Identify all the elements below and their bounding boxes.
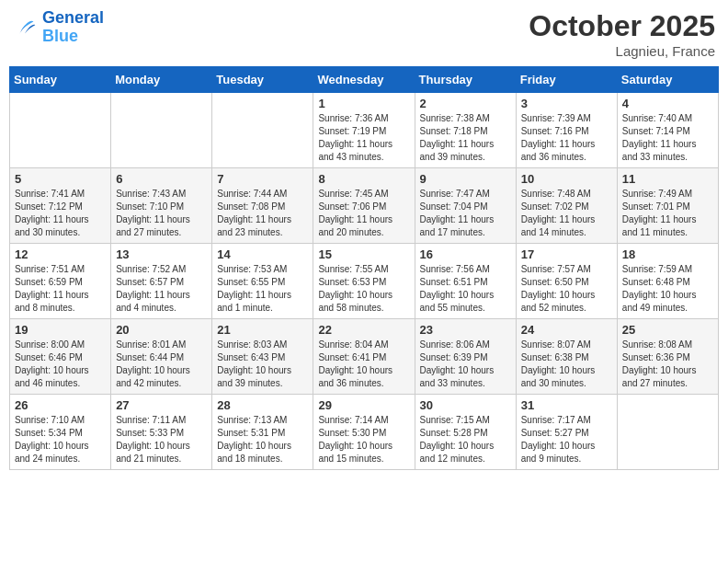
day-info: Sunrise: 8:04 AMSunset: 6:41 PMDaylight:… <box>318 339 409 390</box>
day-number: 9 <box>420 172 511 186</box>
day-number: 19 <box>15 323 106 337</box>
calendar-cell: 14 Sunrise: 7:53 AMSunset: 6:55 PMDaylig… <box>212 244 313 319</box>
calendar-cell: 19 Sunrise: 8:00 AMSunset: 6:46 PMDaylig… <box>10 319 111 395</box>
day-number: 30 <box>420 398 511 412</box>
day-info: Sunrise: 7:47 AMSunset: 7:04 PMDaylight:… <box>420 188 511 239</box>
day-info: Sunrise: 7:41 AMSunset: 7:12 PMDaylight:… <box>15 188 106 239</box>
day-number: 11 <box>622 172 713 186</box>
calendar-cell: 18 Sunrise: 7:59 AMSunset: 6:48 PMDaylig… <box>617 244 718 319</box>
day-info: Sunrise: 8:07 AMSunset: 6:38 PMDaylight:… <box>521 339 612 390</box>
calendar-cell: 24 Sunrise: 8:07 AMSunset: 6:38 PMDaylig… <box>516 319 617 395</box>
calendar-cell: 22 Sunrise: 8:04 AMSunset: 6:41 PMDaylig… <box>313 319 415 395</box>
day-number: 20 <box>116 323 207 337</box>
day-info: Sunrise: 7:17 AMSunset: 5:27 PMDaylight:… <box>521 414 612 465</box>
day-info: Sunrise: 8:03 AMSunset: 6:43 PMDaylight:… <box>217 339 308 390</box>
calendar-cell <box>111 93 212 168</box>
day-info: Sunrise: 7:40 AMSunset: 7:14 PMDaylight:… <box>622 112 713 164</box>
day-info: Sunrise: 7:43 AMSunset: 7:10 PMDaylight:… <box>116 188 207 239</box>
day-number: 25 <box>622 323 713 337</box>
day-info: Sunrise: 7:39 AMSunset: 7:16 PMDaylight:… <box>521 112 612 164</box>
calendar-cell <box>617 395 718 470</box>
calendar-cell: 29 Sunrise: 7:14 AMSunset: 5:30 PMDaylig… <box>313 395 415 470</box>
day-number: 1 <box>318 97 409 110</box>
calendar-week-row: 1 Sunrise: 7:36 AMSunset: 7:19 PMDayligh… <box>10 93 719 168</box>
day-number: 17 <box>521 247 612 261</box>
calendar-cell <box>10 93 111 168</box>
logo-icon <box>13 15 39 40</box>
day-info: Sunrise: 7:36 AMSunset: 7:19 PMDaylight:… <box>318 112 409 164</box>
day-number: 28 <box>217 398 308 412</box>
day-number: 12 <box>15 247 106 261</box>
calendar-cell: 9 Sunrise: 7:47 AMSunset: 7:04 PMDayligh… <box>415 168 516 244</box>
day-number: 27 <box>116 398 207 412</box>
day-number: 4 <box>622 97 713 110</box>
calendar-cell: 31 Sunrise: 7:17 AMSunset: 5:27 PMDaylig… <box>516 395 617 470</box>
calendar-cell: 20 Sunrise: 8:01 AMSunset: 6:44 PMDaylig… <box>111 319 212 395</box>
day-info: Sunrise: 7:14 AMSunset: 5:30 PMDaylight:… <box>318 414 409 465</box>
day-info: Sunrise: 7:59 AMSunset: 6:48 PMDaylight:… <box>622 263 713 315</box>
calendar-cell: 12 Sunrise: 7:51 AMSunset: 6:59 PMDaylig… <box>10 244 111 319</box>
page-header: General Blue October 2025 Lagnieu, Franc… <box>9 9 719 59</box>
calendar-week-row: 19 Sunrise: 8:00 AMSunset: 6:46 PMDaylig… <box>10 319 719 395</box>
calendar-cell: 15 Sunrise: 7:55 AMSunset: 6:53 PMDaylig… <box>313 244 415 319</box>
day-number: 13 <box>116 247 207 261</box>
day-info: Sunrise: 7:10 AMSunset: 5:34 PMDaylight:… <box>15 414 106 465</box>
day-info: Sunrise: 7:48 AMSunset: 7:02 PMDaylight:… <box>521 188 612 239</box>
title-section: October 2025 Lagnieu, France <box>529 9 715 59</box>
calendar-cell: 17 Sunrise: 7:57 AMSunset: 6:50 PMDaylig… <box>516 244 617 319</box>
day-number: 18 <box>622 247 713 261</box>
calendar-cell: 8 Sunrise: 7:45 AMSunset: 7:06 PMDayligh… <box>313 168 415 244</box>
day-info: Sunrise: 8:01 AMSunset: 6:44 PMDaylight:… <box>116 339 207 390</box>
day-info: Sunrise: 7:56 AMSunset: 6:51 PMDaylight:… <box>420 263 511 315</box>
calendar-cell: 27 Sunrise: 7:11 AMSunset: 5:33 PMDaylig… <box>111 395 212 470</box>
day-number: 21 <box>217 323 308 337</box>
calendar-cell: 1 Sunrise: 7:36 AMSunset: 7:19 PMDayligh… <box>313 93 415 168</box>
calendar-week-row: 26 Sunrise: 7:10 AMSunset: 5:34 PMDaylig… <box>10 395 719 470</box>
day-info: Sunrise: 8:08 AMSunset: 6:36 PMDaylight:… <box>622 339 713 390</box>
calendar-cell: 3 Sunrise: 7:39 AMSunset: 7:16 PMDayligh… <box>516 93 617 168</box>
day-info: Sunrise: 7:57 AMSunset: 6:50 PMDaylight:… <box>521 263 612 315</box>
day-info: Sunrise: 7:15 AMSunset: 5:28 PMDaylight:… <box>420 414 511 465</box>
day-info: Sunrise: 7:44 AMSunset: 7:08 PMDaylight:… <box>217 188 308 239</box>
day-number: 7 <box>217 172 308 186</box>
day-info: Sunrise: 7:45 AMSunset: 7:06 PMDaylight:… <box>318 188 409 239</box>
weekday-header: Wednesday <box>313 67 415 93</box>
calendar-cell: 2 Sunrise: 7:38 AMSunset: 7:18 PMDayligh… <box>415 93 516 168</box>
calendar-table: SundayMondayTuesdayWednesdayThursdayFrid… <box>9 66 719 470</box>
day-info: Sunrise: 7:11 AMSunset: 5:33 PMDaylight:… <box>116 414 207 465</box>
calendar-cell: 21 Sunrise: 8:03 AMSunset: 6:43 PMDaylig… <box>212 319 313 395</box>
calendar-cell: 10 Sunrise: 7:48 AMSunset: 7:02 PMDaylig… <box>516 168 617 244</box>
day-number: 8 <box>318 172 409 186</box>
day-info: Sunrise: 8:06 AMSunset: 6:39 PMDaylight:… <box>420 339 511 390</box>
calendar-week-row: 5 Sunrise: 7:41 AMSunset: 7:12 PMDayligh… <box>10 168 719 244</box>
day-number: 14 <box>217 247 308 261</box>
calendar-cell: 16 Sunrise: 7:56 AMSunset: 6:51 PMDaylig… <box>415 244 516 319</box>
day-number: 26 <box>15 398 106 412</box>
calendar-cell: 4 Sunrise: 7:40 AMSunset: 7:14 PMDayligh… <box>617 93 718 168</box>
calendar-cell: 6 Sunrise: 7:43 AMSunset: 7:10 PMDayligh… <box>111 168 212 244</box>
calendar-cell: 7 Sunrise: 7:44 AMSunset: 7:08 PMDayligh… <box>212 168 313 244</box>
day-number: 5 <box>15 172 106 186</box>
day-info: Sunrise: 7:55 AMSunset: 6:53 PMDaylight:… <box>318 263 409 315</box>
day-info: Sunrise: 7:49 AMSunset: 7:01 PMDaylight:… <box>622 188 713 239</box>
day-number: 2 <box>420 97 511 110</box>
weekday-header-row: SundayMondayTuesdayWednesdayThursdayFrid… <box>10 67 719 93</box>
day-number: 10 <box>521 172 612 186</box>
weekday-header: Sunday <box>10 67 111 93</box>
day-number: 24 <box>521 323 612 337</box>
logo: General Blue <box>13 9 104 46</box>
weekday-header: Monday <box>111 67 212 93</box>
location: Lagnieu, France <box>529 43 715 59</box>
calendar-cell: 5 Sunrise: 7:41 AMSunset: 7:12 PMDayligh… <box>10 168 111 244</box>
weekday-header: Saturday <box>617 67 718 93</box>
weekday-header: Thursday <box>415 67 516 93</box>
calendar-cell: 28 Sunrise: 7:13 AMSunset: 5:31 PMDaylig… <box>212 395 313 470</box>
day-number: 3 <box>521 97 612 110</box>
day-number: 31 <box>521 398 612 412</box>
calendar-cell: 13 Sunrise: 7:52 AMSunset: 6:57 PMDaylig… <box>111 244 212 319</box>
calendar-week-row: 12 Sunrise: 7:51 AMSunset: 6:59 PMDaylig… <box>10 244 719 319</box>
day-info: Sunrise: 7:51 AMSunset: 6:59 PMDaylight:… <box>15 263 106 315</box>
month-title: October 2025 <box>529 9 715 43</box>
day-number: 29 <box>318 398 409 412</box>
calendar-cell <box>212 93 313 168</box>
